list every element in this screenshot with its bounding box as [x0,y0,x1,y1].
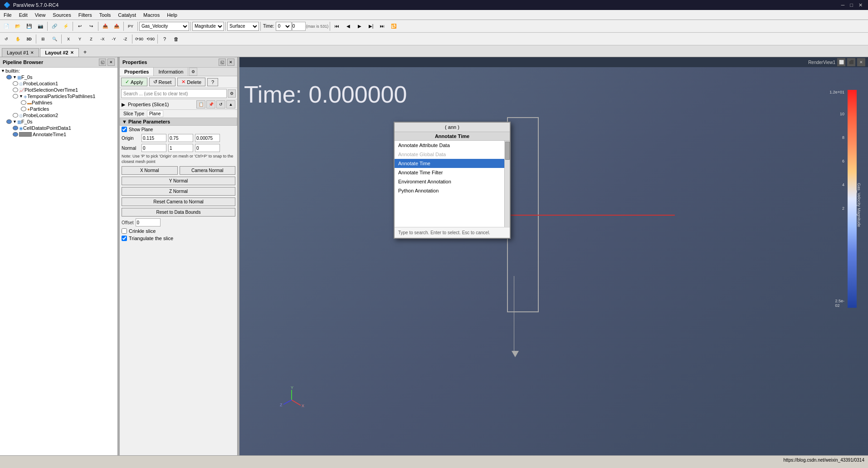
orient-neg-x-btn[interactable]: -X [97,34,108,44]
normal-x-input[interactable] [141,144,166,152]
play-btn[interactable]: ▶ [354,21,365,31]
reset-button[interactable]: ↺ Reset [149,78,176,86]
normal-y-input[interactable] [168,144,193,152]
save-btn[interactable]: 💾 [24,21,34,31]
menu-filters[interactable]: Filters [75,11,96,19]
tree-item-plotselection[interactable]: 📈 PlotSelectionOverTime1 [0,87,117,93]
eye-icon[interactable] [13,113,18,118]
disconnect-btn[interactable]: ⚡ [60,21,71,31]
crinkle-checkbox[interactable] [122,228,127,234]
tree-item-annotatetime1[interactable]: AnnotateTime1 [0,131,117,138]
offset-input[interactable] [136,218,161,227]
tree-item-celldatapoint[interactable]: ◉ CellDatatoPointData1 [0,125,117,131]
help-btn2[interactable]: ? [159,34,170,44]
orient-z-btn[interactable]: Z [86,34,97,44]
props-scroll-up-btn[interactable]: ▲ [226,100,235,108]
popup-item-1[interactable]: Annotate Global Data [395,150,510,159]
delete-btn2[interactable]: 🗑 [171,34,181,44]
eye-icon[interactable] [6,75,12,79]
go-first-btn[interactable]: ⏮ [332,21,342,31]
save-state-btn[interactable]: 📤 [111,21,122,31]
x-normal-button[interactable]: X Normal [122,166,178,175]
tree-item-temporal[interactable]: ▼ ◈ TemporalParticlesToPathlines1 [0,93,117,99]
eye-icon[interactable] [13,132,18,137]
tree-item-f0s-1[interactable]: ▼ ▦ F_0s [0,74,117,80]
rotate-neg90-btn[interactable]: ⟲90 [145,34,156,44]
maximize-button[interactable]: □ [848,2,855,8]
search-input[interactable] [121,89,227,98]
origin-z-input[interactable] [195,134,220,142]
menu-catalyst[interactable]: Catalyst [114,11,140,19]
props-detach-btn[interactable]: ◱ [219,59,226,66]
save-screenshot-btn[interactable]: 📷 [35,21,46,31]
go-last-btn[interactable]: ⏭ [377,21,388,31]
minimize-button[interactable]: ─ [839,2,847,8]
reset-camera-btn2[interactable]: ↺ [1,34,12,44]
layout-tab-2-close[interactable]: ✕ [70,50,74,55]
eye-icon[interactable] [13,94,18,99]
menu-view[interactable]: View [31,11,49,19]
zoom-btn[interactable]: 🔍 [49,34,60,44]
tree-item-builtin[interactable]: ▼ builtin: [0,68,117,74]
surface-select[interactable]: Surface [227,22,259,31]
data-source-select[interactable]: Gas_Velocity [139,22,189,31]
origin-y-input[interactable] [168,134,193,142]
tree-item-particles[interactable]: ● Particles [0,106,117,112]
popup-scrollbar[interactable] [504,141,510,227]
rotate-90-btn[interactable]: ⟳90 [134,34,145,44]
eye-icon[interactable] [21,107,26,111]
tree-item-probelocation2[interactable]: ◎ ProbeLocation2 [0,112,117,118]
menu-tools[interactable]: Tools [96,11,115,19]
render-close-btn[interactable]: ✕ [857,58,865,66]
eye-icon[interactable] [13,126,18,130]
redo-btn[interactable]: ↪ [86,21,97,31]
eye-icon[interactable] [13,81,18,86]
connect-btn[interactable]: 🔗 [49,21,60,31]
layout-tab-1-close[interactable]: ✕ [30,50,34,55]
normal-z-input[interactable] [195,144,220,152]
tree-item-probelocation1[interactable]: ◎ ProbeLocation1 [0,80,117,87]
triangulate-checkbox[interactable] [122,236,127,241]
tree-item-pathlines[interactable]: ▬ Pathlines [0,99,117,106]
props-copy-btn[interactable]: 📋 [196,100,205,108]
interact-btn[interactable]: ✋ [12,34,23,44]
orient-y-btn[interactable]: Y [74,34,85,44]
load-state-btn[interactable]: 📥 [100,21,111,31]
open-btn[interactable]: 📂 [12,21,23,31]
pipeline-close-btn[interactable]: ✕ [107,59,115,66]
reset-camera-to-normal-button[interactable]: Reset Camera to Normal [122,197,235,206]
menu-macros[interactable]: Macros [140,11,163,19]
props-scroll-area[interactable]: Slice Type Plane ▼ Plane Parameters Show… [120,110,237,455]
eye-icon[interactable] [13,88,18,92]
settings-icon[interactable]: ⚙ [189,68,197,76]
props-refresh-btn[interactable]: ↺ [216,100,225,108]
eye-icon[interactable] [21,100,26,105]
3d-btn[interactable]: 3D [24,34,34,44]
new-btn[interactable]: 📄 [1,21,12,31]
delete-button[interactable]: ✕ Delete [177,78,205,86]
orient-neg-y-btn[interactable]: -Y [108,34,119,44]
props-paste-btn[interactable]: 📌 [206,100,215,108]
reset-to-data-bounds-button[interactable]: Reset to Data Bounds [122,208,235,217]
menu-help[interactable]: Help [163,11,181,19]
plane-params-header[interactable]: ▼ Plane Parameters [120,118,237,126]
render-split-h-btn[interactable]: ⬛ [847,58,855,66]
popup-item-2[interactable]: Annotate Time [395,159,510,168]
close-button[interactable]: ✕ [857,2,864,8]
search-options-button[interactable]: ⚙ [228,89,236,98]
popup-item-5[interactable]: Python Annotation [395,186,510,195]
time-step-select[interactable]: 0 [276,22,292,31]
popup-item-4[interactable]: Environment Annotation [395,177,510,186]
apply-button[interactable]: ✓ Apply [121,78,147,86]
render-split-v-btn[interactable]: ⬜ [837,58,845,66]
render-canvas[interactable]: Time: 0.000000 1.2e+01 10 8 6 4 2 2.5e-0… [239,67,868,455]
layout-tab-1[interactable]: Layout #1 ✕ [2,48,39,57]
menu-file[interactable]: File [0,11,15,19]
eye-icon[interactable] [6,119,12,124]
time-value-input[interactable] [292,22,306,31]
menu-sources[interactable]: Sources [49,11,74,19]
layout-tab-2[interactable]: Layout #2 ✕ [40,48,78,57]
tab-information[interactable]: Information [154,68,188,76]
help-button[interactable]: ? [207,78,218,86]
orient-neg-z-btn[interactable]: -Z [120,34,131,44]
